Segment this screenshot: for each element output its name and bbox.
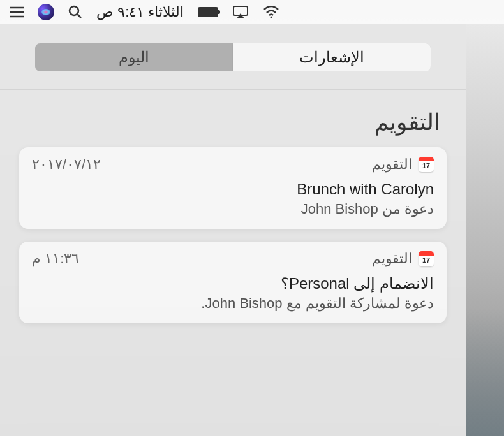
card-title: الانضمام إلى Personal؟: [32, 275, 434, 293]
notification-card[interactable]: التقويم ٢٠١٧/٠٧/١٢ Brunch with Carolyn د…: [19, 147, 447, 229]
calendar-icon: [419, 251, 434, 266]
svg-point-7: [271, 16, 272, 18]
segmented-control: اليوم الإشعارات: [35, 43, 431, 71]
calendar-icon: [419, 157, 434, 172]
card-timestamp: ١١:٣٦ م: [32, 251, 79, 267]
svg-point-3: [70, 6, 78, 15]
spotlight-icon[interactable]: [68, 5, 82, 19]
tab-notifications[interactable]: الإشعارات: [233, 43, 431, 71]
wifi-icon[interactable]: [263, 6, 279, 18]
menubar: الثلاثاء ٩:٤١ ص: [0, 0, 504, 24]
card-subtitle: دعوة من John Bishop: [32, 201, 434, 217]
tab-today[interactable]: اليوم: [35, 43, 233, 71]
notifications-list: التقويم ٢٠١٧/٠٧/١٢ Brunch with Carolyn د…: [0, 147, 466, 323]
notification-center-panel: اليوم الإشعارات التقويم التقويم ٢٠١٧/٠٧/…: [0, 24, 466, 436]
card-subtitle: دعوة لمشاركة التقويم مع John Bishop.: [32, 295, 434, 312]
menubar-datetime[interactable]: الثلاثاء ٩:٤١ ص: [96, 4, 184, 20]
siri-icon[interactable]: [38, 4, 54, 20]
svg-line-4: [77, 14, 81, 18]
tab-container: اليوم الإشعارات: [0, 24, 466, 90]
card-header: التقويم ١١:٣٦ م: [19, 242, 447, 272]
card-body: الانضمام إلى Personal؟ دعوة لمشاركة التق…: [19, 272, 447, 323]
notification-card[interactable]: التقويم ١١:٣٦ م الانضمام إلى Personal؟ د…: [19, 242, 447, 323]
card-timestamp: ٢٠١٧/٠٧/١٢: [32, 156, 101, 173]
desktop-background: [466, 24, 504, 436]
section-header-calendar: التقويم: [0, 90, 466, 147]
battery-icon[interactable]: [198, 7, 218, 17]
card-app-name: التقويم: [372, 251, 412, 267]
card-app-name: التقويم: [372, 156, 412, 173]
airplay-icon[interactable]: [232, 5, 249, 19]
card-app-info: التقويم: [372, 156, 434, 173]
card-title: Brunch with Carolyn: [32, 180, 434, 198]
card-body: Brunch with Carolyn دعوة من John Bishop: [19, 178, 447, 229]
notification-center-icon[interactable]: [10, 6, 24, 18]
card-header: التقويم ٢٠١٧/٠٧/١٢: [19, 147, 447, 178]
card-app-info: التقويم: [372, 251, 434, 267]
